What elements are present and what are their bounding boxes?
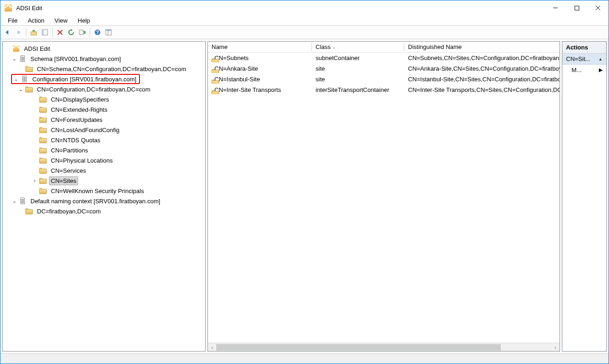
tree-label: Default naming context [SRV001.firatboya… [29, 197, 162, 206]
tree-label: CN=Partitions [49, 146, 90, 155]
sort-indicator-icon: ⌄ [332, 45, 336, 49]
forward-button[interactable] [13, 27, 24, 37]
list-item[interactable]: CN=Subnets subnetContainer CN=Subnets,CN… [208, 53, 560, 63]
cell-name: CN=Istanbul-Site [214, 76, 260, 83]
actions-item-label: M... [572, 67, 582, 73]
menu-view[interactable]: View [50, 16, 72, 25]
actions-category[interactable]: CN=Sit... ▲ [562, 54, 606, 65]
up-button[interactable] [29, 27, 39, 37]
tree-label: CN=Configuration,DC=firatboyan,DC=com [35, 85, 152, 94]
cell-name: CN=Subnets [214, 55, 249, 61]
back-button[interactable] [2, 27, 12, 37]
tree-item[interactable]: CN=DisplaySpecifiers [5, 94, 205, 104]
adsi-edit-icon [12, 44, 20, 53]
folder-icon [39, 136, 47, 144]
expand-placeholder [18, 66, 24, 72]
delete-button[interactable] [55, 27, 65, 37]
svg-rect-4 [31, 32, 37, 35]
naming-context-icon [18, 197, 27, 205]
column-header-name[interactable]: Name [208, 42, 312, 52]
horizontal-scrollbar[interactable]: ‹ › [208, 343, 560, 351]
menu-action[interactable]: Action [23, 16, 49, 25]
view-list-button[interactable] [104, 27, 114, 37]
folder-icon [25, 207, 33, 215]
tree-schema-container[interactable]: CN=Schema,CN=Configuration,DC=firatboyan… [5, 64, 205, 74]
expand-placeholder [18, 208, 24, 214]
refresh-button[interactable] [66, 27, 76, 37]
cell-dn: CN=Subnets,CN=Sites,CN=Configuration,DC=… [404, 54, 560, 62]
cell-name: CN=Ankara-Site [214, 65, 258, 72]
tree-label: CN=WellKnown Security Principals [49, 187, 146, 195]
list-header: Name Class ⌄ Distinguished Name [208, 42, 560, 53]
tree-root[interactable]: ADSI Edit [5, 43, 205, 54]
list-item[interactable]: CN=Istanbul-Site site CN=Istanbul-Site,C… [208, 74, 560, 85]
cell-dn: CN=Ankara-Site,CN=Sites,CN=Configuration… [404, 64, 560, 73]
collapse-icon[interactable]: ⌄ [11, 198, 18, 204]
cell-dn: CN=Inter-Site Transports,CN=Sites,CN=Con… [404, 85, 560, 94]
tree-configuration-node[interactable]: ⌄ Configuration [SRV001.firatboyan.com] [5, 74, 205, 84]
tree-item[interactable]: CN=Services [5, 165, 205, 176]
cell-class: interSiteTransportContainer [312, 85, 404, 94]
cell-dn: CN=Istanbul-Site,CN=Sites,CN=Configurati… [404, 75, 560, 84]
list-item[interactable]: CN=Ankara-Site site CN=Ankara-Site,CN=Si… [208, 63, 560, 74]
tree-default-nc-node[interactable]: ⌄ Default naming context [SRV001.firatbo… [5, 196, 205, 206]
scroll-track[interactable] [216, 344, 551, 351]
tree-schema-node[interactable]: ⌄ Schema [SRV001.firatboyan.com] [5, 54, 205, 64]
svg-rect-9 [79, 30, 83, 35]
close-button[interactable] [587, 0, 609, 15]
maximize-button[interactable] [566, 0, 587, 15]
cell-class: subnetContainer [312, 54, 404, 62]
tree-label: ADSI Edit [22, 44, 52, 53]
toolbar-separator [26, 28, 26, 37]
folder-icon [25, 65, 33, 73]
actions-pane: Actions CN=Sit... ▲ M... ▶ [562, 41, 607, 352]
tree-item-sites[interactable]: ›CN=Sites [5, 176, 205, 186]
toolbar: ? [0, 25, 609, 39]
tree-item[interactable]: CN=NTDS Quotas [5, 135, 205, 145]
adsi-edit-window: ADSI Edit File Action View Help [0, 0, 609, 364]
expand-icon[interactable]: › [31, 177, 38, 184]
toolbar-separator [52, 28, 53, 37]
export-list-button[interactable] [77, 27, 87, 37]
menu-help[interactable]: Help [73, 16, 95, 25]
minimize-button[interactable] [545, 0, 566, 15]
column-header-class[interactable]: Class ⌄ [312, 42, 404, 52]
folder-icon [39, 187, 47, 195]
toolbar-separator [90, 28, 90, 37]
tree-item[interactable]: CN=Partitions [5, 145, 205, 155]
folder-icon [39, 166, 47, 175]
actions-more-item[interactable]: M... ▶ [562, 65, 606, 75]
svg-rect-1 [575, 6, 579, 10]
collapse-triangle-icon: ▲ [598, 57, 603, 61]
help-button[interactable]: ? [92, 27, 103, 37]
list-body[interactable]: CN=Subnets subnetContainer CN=Subnets,CN… [208, 53, 560, 343]
column-header-dn[interactable]: Distinguished Name [404, 42, 560, 52]
tree-item[interactable]: CN=WellKnown Security Principals [5, 186, 205, 196]
tree-item[interactable]: CN=ForestUpdates [5, 115, 205, 125]
scroll-thumb[interactable] [216, 344, 501, 351]
scroll-left-button[interactable]: ‹ [208, 344, 216, 351]
list-item[interactable]: CN=Inter-Site Transports interSiteTransp… [208, 85, 560, 95]
tree-label: CN=Services [49, 166, 88, 175]
naming-context-icon [18, 55, 27, 63]
show-hide-tree-button[interactable] [40, 27, 50, 37]
tree-item[interactable]: CN=Extended-Rights [5, 104, 205, 115]
folder-icon [39, 105, 47, 114]
folder-icon [39, 95, 47, 103]
tree-label: CN=Physical Locations [49, 156, 115, 165]
tree-configuration-container[interactable]: ⌄ CN=Configuration,DC=firatboyan,DC=com [5, 84, 205, 94]
scroll-right-button[interactable]: › [551, 344, 560, 351]
collapse-icon[interactable]: ⌄ [11, 55, 18, 62]
tree-label: CN=Sites [49, 176, 78, 185]
folder-icon [39, 126, 47, 134]
tree-item[interactable]: CN=LostAndFoundConfig [5, 125, 205, 135]
window-controls [545, 0, 609, 15]
collapse-icon[interactable]: ⌄ [18, 86, 24, 92]
menu-file[interactable]: File [3, 16, 22, 25]
collapse-icon[interactable]: ⌄ [13, 76, 19, 82]
tree-default-nc-container[interactable]: DC=firatboyan,DC=com [5, 206, 205, 216]
tree-label: CN=NTDS Quotas [49, 136, 102, 145]
navigation-tree[interactable]: ADSI Edit ⌄ Schema [SRV001.firatboyan.co… [3, 42, 205, 218]
window-title: ADSI Edit [16, 5, 42, 12]
tree-item[interactable]: CN=Physical Locations [5, 155, 205, 165]
